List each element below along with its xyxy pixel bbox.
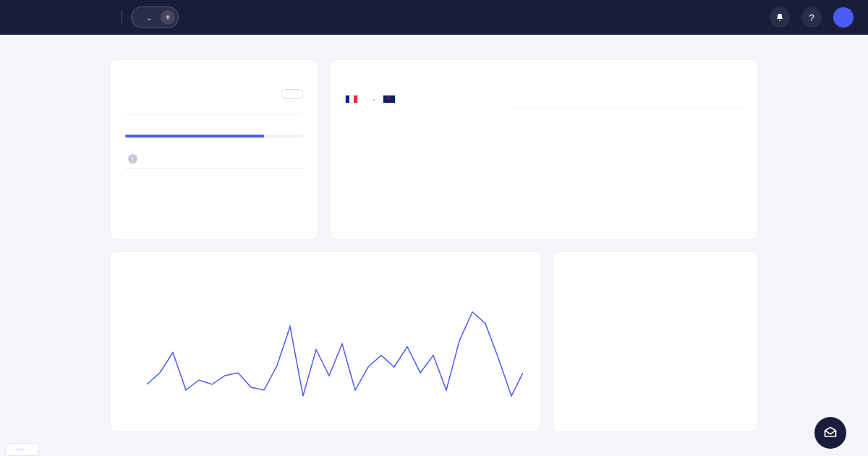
main-nav [265, 0, 335, 35]
support-fab[interactable] [814, 417, 846, 449]
header-actions: ? [770, 7, 854, 28]
progress-fill [125, 135, 264, 138]
add-site-button[interactable]: + [161, 10, 175, 25]
chart-area [147, 287, 526, 417]
help-icon[interactable]: ? [801, 7, 822, 28]
avatar[interactable] [833, 7, 854, 28]
language-pair-row: › [345, 95, 743, 104]
requests-label: i [125, 152, 137, 164]
reviewed-words-card: › [330, 59, 758, 240]
info-icon[interactable]: i [128, 154, 137, 164]
line-chart [147, 287, 523, 417]
divider [122, 10, 122, 25]
chevron-right-icon: › [373, 95, 375, 104]
thin-progress [125, 168, 303, 169]
requests-chart-card [110, 251, 541, 432]
divider [125, 114, 303, 114]
chevron-down-icon: ⌄ [146, 14, 152, 22]
bell-icon[interactable] [770, 7, 790, 28]
word-usage-progress [125, 135, 303, 138]
flag-fr-icon [345, 95, 358, 104]
top-header: ⌄ + ? [0, 0, 868, 35]
manage-plan-button[interactable] [281, 89, 303, 99]
flag-en-icon [383, 95, 396, 104]
thin-line [511, 108, 743, 109]
new-badge [15, 448, 24, 451]
activity-card [553, 251, 758, 432]
plan-usage-card: i [110, 59, 318, 240]
news-banner[interactable] [6, 443, 39, 456]
site-selector[interactable]: ⌄ + [131, 7, 179, 28]
